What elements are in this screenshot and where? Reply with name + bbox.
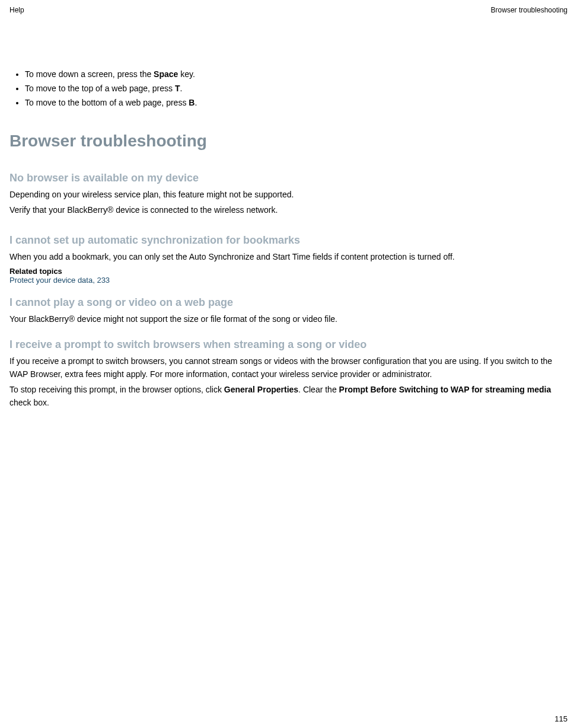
- text: key.: [178, 69, 195, 79]
- section-heading-no-browser: No browser is available on my device: [9, 172, 568, 184]
- list-item: To move down a screen, press the Space k…: [25, 68, 568, 81]
- section-heading-cannot-sync: I cannot set up automatic synchronizatio…: [9, 234, 568, 247]
- header-left: Help: [9, 6, 24, 14]
- list-item: To move to the bottom of a web page, pre…: [25, 96, 568, 109]
- text: To move to the top of a web page, press: [25, 84, 175, 93]
- section-heading-cannot-play: I cannot play a song or video on a web p…: [9, 296, 568, 309]
- body-text: When you add a bookmark, you can only se…: [9, 250, 568, 263]
- tips-list: To move down a screen, press the Space k…: [25, 68, 568, 109]
- body-text: Verify that your BlackBerry® device is c…: [9, 203, 568, 216]
- body-text: Depending on your wireless service plan,…: [9, 188, 568, 201]
- related-topics-heading: Related topics: [9, 267, 568, 276]
- page-title: Browser troubleshooting: [9, 132, 568, 151]
- body-text: To stop receiving this prompt, in the br…: [9, 383, 568, 409]
- body-text: If you receive a prompt to switch browse…: [9, 355, 568, 381]
- text: .: [180, 84, 183, 93]
- text: To stop receiving this prompt, in the br…: [9, 385, 224, 394]
- text: .: [195, 98, 197, 107]
- list-item: To move to the top of a web page, press …: [25, 82, 568, 95]
- key-text: B: [189, 98, 195, 107]
- bold-text: Prompt Before Switching to WAP for strea…: [339, 385, 552, 394]
- key-text: Space: [154, 69, 178, 79]
- page-number: 115: [554, 714, 568, 723]
- text: To move to the bottom of a web page, pre…: [25, 98, 189, 107]
- page-header: Help Browser troubleshooting: [9, 6, 568, 14]
- section-heading-switch-prompt: I receive a prompt to switch browsers wh…: [9, 339, 568, 351]
- text: To move down a screen, press the: [25, 69, 154, 79]
- bold-text: General Properties: [224, 385, 298, 394]
- body-text: Your BlackBerry® device might not suppor…: [9, 312, 568, 325]
- header-right: Browser troubleshooting: [491, 6, 568, 14]
- key-text: T: [175, 84, 180, 93]
- text: check box.: [9, 398, 49, 407]
- text: . Clear the: [298, 385, 339, 394]
- related-topics-link[interactable]: Protect your device data, 233: [9, 276, 568, 285]
